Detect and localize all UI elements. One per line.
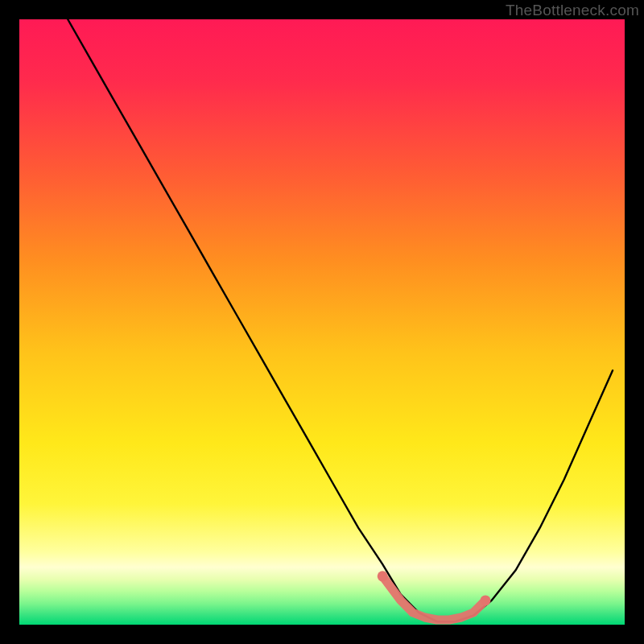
marker-dot — [481, 595, 491, 605]
plot-area — [19, 19, 625, 625]
bottleneck-curve — [68, 19, 613, 621]
watermark-text: TheBottleneck.com — [506, 2, 639, 19]
chart-frame: TheBottleneck.com — [0, 0, 644, 644]
marker-dot — [378, 571, 388, 581]
curve-layer — [19, 19, 625, 625]
flat-region-marker — [382, 576, 485, 620]
